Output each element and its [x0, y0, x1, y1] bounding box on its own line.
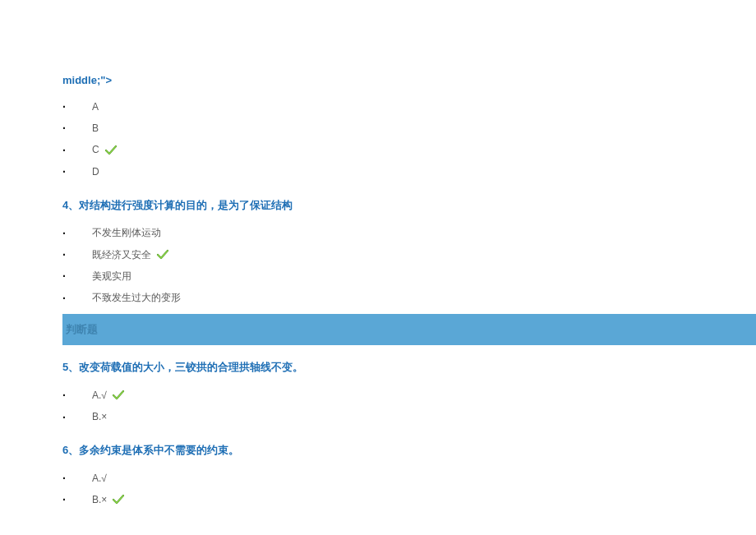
option-text: 不发生刚体运动 — [92, 225, 161, 241]
list-item: · B.× — [62, 407, 694, 428]
check-icon — [156, 249, 169, 261]
check-icon — [112, 390, 125, 401]
q3-options: · A · B · C · D — [62, 96, 694, 183]
option-text: B.× — [92, 492, 107, 508]
bullet-icon: · — [62, 386, 67, 404]
option-text: 不致发生过大的变形 — [92, 290, 181, 306]
check-icon — [112, 494, 125, 505]
bullet-icon: · — [62, 163, 67, 181]
option-text: 美观实用 — [92, 269, 131, 284]
list-item: · A — [62, 96, 694, 118]
list-item: · D — [62, 161, 694, 182]
q4-title: 4、对结构进行强度计算的目的，是为了保证结构 — [62, 198, 694, 213]
q5-options: · A.√ · B.× — [62, 385, 694, 428]
list-item: · 美观实用 — [62, 265, 694, 287]
list-item: · A.√ — [62, 385, 694, 406]
list-item: · B.× — [62, 489, 694, 510]
q4-options: · 不发生刚体运动 · 既经济又安全 · 美观实用 · 不致发生过大的变形 — [62, 223, 694, 310]
option-text: D — [92, 164, 99, 180]
list-item: · B — [62, 118, 694, 139]
q6-title: 6、多余约束是体系中不需要的约束。 — [62, 443, 694, 458]
list-item: · 不发生刚体运动 — [62, 223, 694, 244]
option-text: 既经济又安全 — [92, 247, 151, 263]
list-item: · 不致发生过大的变形 — [62, 288, 694, 309]
bullet-icon: · — [62, 267, 67, 285]
check-icon — [104, 145, 118, 156]
list-item: · C — [62, 140, 694, 161]
bullet-icon: · — [62, 491, 67, 509]
option-text: A.√ — [92, 471, 107, 487]
q6-options: · A.√ · B.× — [62, 468, 694, 511]
list-item: · A.√ — [62, 468, 694, 489]
bullet-icon: · — [62, 289, 67, 307]
bullet-icon: · — [62, 408, 67, 427]
bullet-icon: · — [62, 98, 67, 116]
option-text: A.√ — [92, 388, 107, 404]
section-header: 判断题 — [62, 314, 756, 345]
bullet-icon: · — [62, 469, 67, 487]
page-content: middle;"> · A · B · C · D 4、对结构进行强度计算的目的… — [0, 0, 756, 528]
option-text: C — [92, 142, 99, 158]
q5-title: 5、改变荷载值的大小，三铰拱的合理拱轴线不变。 — [62, 360, 694, 375]
bullet-icon: · — [62, 246, 67, 264]
html-fragment-header: middle;"> — [62, 74, 694, 86]
option-text: A — [92, 99, 99, 115]
bullet-icon: · — [62, 224, 67, 242]
option-text: B.× — [92, 409, 107, 425]
list-item: · 既经济又安全 — [62, 244, 694, 265]
option-text: B — [92, 121, 99, 136]
bullet-icon: · — [62, 141, 67, 159]
bullet-icon: · — [62, 119, 67, 137]
